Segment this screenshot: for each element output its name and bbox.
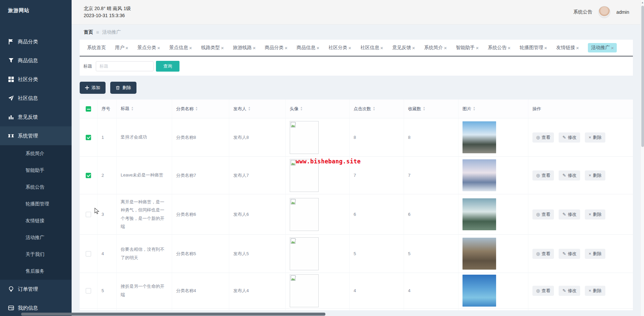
tab-系统简介[interactable]: 系统简介× bbox=[424, 45, 447, 51]
tab-close-icon[interactable]: × bbox=[189, 45, 192, 51]
row-photo-thumbnail[interactable] bbox=[462, 198, 496, 230]
tab-商品信息[interactable]: 商品信息× bbox=[297, 45, 320, 51]
select-all-checkbox[interactable] bbox=[86, 106, 91, 112]
tab-商品分类[interactable]: 商品分类× bbox=[265, 45, 288, 51]
tab-close-icon[interactable]: × bbox=[317, 45, 320, 51]
tab-系统公告[interactable]: 系统公告× bbox=[488, 45, 511, 51]
row-photo-thumbnail[interactable] bbox=[462, 238, 496, 270]
sidebar-item-商品信息[interactable]: 商品信息 bbox=[0, 51, 72, 70]
sort-icon[interactable]: ▲▼ bbox=[473, 107, 475, 111]
tab-close-icon[interactable]: × bbox=[544, 45, 547, 51]
tab-线路类型[interactable]: 线路类型× bbox=[201, 45, 224, 51]
修改-button[interactable]: ✎修改 bbox=[559, 170, 580, 181]
删除-button[interactable]: ×删除 bbox=[585, 170, 605, 181]
修改-button[interactable]: ✎修改 bbox=[559, 249, 580, 259]
row-checkbox[interactable] bbox=[86, 251, 91, 256]
sidebar-subitem-系统简介[interactable]: 系统简介 bbox=[0, 145, 72, 162]
query-button[interactable]: 查询 bbox=[156, 61, 179, 72]
sidebar-item-系统管理[interactable]: 系统管理 bbox=[0, 126, 72, 145]
sort-icon[interactable]: ▲▼ bbox=[300, 107, 303, 111]
sort-icon[interactable]: ▲▼ bbox=[195, 107, 198, 111]
select-all-cell[interactable] bbox=[80, 100, 97, 118]
row-checkbox[interactable] bbox=[86, 288, 91, 293]
vertical-scrollbar[interactable]: ▲ bbox=[640, 0, 644, 316]
tab-close-icon[interactable]: × bbox=[611, 45, 614, 51]
sidebar-subitem-轮播图管理[interactable]: 轮播图管理 bbox=[0, 196, 72, 212]
sort-icon[interactable]: ▲▼ bbox=[373, 107, 375, 111]
tab-友情链接[interactable]: 友情链接× bbox=[556, 45, 579, 51]
row-photo-thumbnail[interactable] bbox=[462, 159, 496, 191]
row-checkbox[interactable] bbox=[86, 173, 91, 178]
column-header-分类名称[interactable]: 分类名称▲▼ bbox=[172, 100, 229, 118]
tab-智能助手[interactable]: 智能助手× bbox=[456, 45, 479, 51]
修改-button[interactable]: ✎修改 bbox=[559, 132, 580, 143]
tab-景点信息[interactable]: 景点信息× bbox=[169, 45, 192, 51]
column-header-点击次数[interactable]: 点击次数▲▼ bbox=[350, 100, 404, 118]
查看-button[interactable]: ◎查看 bbox=[532, 170, 554, 181]
row-checkbox[interactable] bbox=[86, 135, 91, 140]
tab-社区信息[interactable]: 社区信息× bbox=[360, 45, 383, 51]
tab-轮播图管理[interactable]: 轮播图管理× bbox=[520, 45, 547, 51]
sidebar-item-社区信息[interactable]: 社区信息 bbox=[0, 89, 72, 108]
tab-close-icon[interactable]: × bbox=[285, 45, 288, 51]
horizontal-scrollbar-thumb[interactable] bbox=[21, 313, 325, 316]
sidebar-item-意见反馈[interactable]: 意见反馈 bbox=[0, 108, 72, 126]
查看-button[interactable]: ◎查看 bbox=[532, 209, 554, 220]
sort-icon[interactable]: ▲▼ bbox=[131, 107, 133, 111]
删除-button[interactable]: ×删除 bbox=[585, 286, 605, 296]
tab-用户[interactable]: 用户× bbox=[115, 45, 128, 51]
scroll-up-arrow-icon[interactable]: ▲ bbox=[641, 1, 644, 4]
tab-close-icon[interactable]: × bbox=[221, 45, 224, 51]
sidebar-item-商品分类[interactable]: 商品分类 bbox=[0, 32, 72, 51]
breadcrumb-home[interactable]: 首页 bbox=[84, 29, 93, 35]
tab-close-icon[interactable]: × bbox=[412, 45, 415, 51]
sidebar-subitem-售后服务[interactable]: 售后服务 bbox=[0, 263, 72, 280]
tab-close-icon[interactable]: × bbox=[576, 45, 579, 51]
修改-button[interactable]: ✎修改 bbox=[559, 209, 580, 220]
tab-意见反馈[interactable]: 意见反馈× bbox=[392, 45, 415, 51]
tab-close-icon[interactable]: × bbox=[348, 45, 351, 51]
sort-icon[interactable]: ▲▼ bbox=[423, 107, 425, 111]
add-button[interactable]: 添加 bbox=[80, 82, 106, 94]
column-header-标题[interactable]: 标题▲▼ bbox=[117, 100, 172, 118]
sort-icon[interactable]: ▲▼ bbox=[248, 107, 250, 111]
查看-button[interactable]: ◎查看 bbox=[532, 286, 554, 296]
announcement-link[interactable]: 系统公告 bbox=[573, 9, 592, 15]
查看-button[interactable]: ◎查看 bbox=[532, 132, 554, 143]
avatar[interactable] bbox=[598, 6, 610, 18]
row-photo-thumbnail[interactable] bbox=[462, 121, 496, 153]
tab-旅游线路[interactable]: 旅游线路× bbox=[233, 45, 256, 51]
column-header-图片[interactable]: 图片▲▼ bbox=[458, 100, 528, 118]
tab-close-icon[interactable]: × bbox=[125, 45, 128, 51]
删除-button[interactable]: ×删除 bbox=[585, 132, 605, 143]
tab-close-icon[interactable]: × bbox=[253, 45, 256, 51]
tab-社区分类[interactable]: 社区分类× bbox=[328, 45, 351, 51]
row-checkbox[interactable] bbox=[86, 212, 91, 217]
tab-活动推广[interactable]: 活动推广× bbox=[588, 43, 617, 52]
column-header-收藏数[interactable]: 收藏数▲▼ bbox=[404, 100, 458, 118]
sidebar-item-订单管理[interactable]: 订单管理 bbox=[0, 280, 72, 299]
tab-close-icon[interactable]: × bbox=[508, 45, 511, 51]
sidebar-subitem-友情链接[interactable]: 友情链接 bbox=[0, 212, 72, 229]
tab-close-icon[interactable]: × bbox=[476, 45, 479, 51]
修改-button[interactable]: ✎修改 bbox=[559, 286, 580, 296]
row-photo-thumbnail[interactable] bbox=[462, 275, 496, 307]
删除-button[interactable]: ×删除 bbox=[585, 209, 605, 220]
tab-系统首页[interactable]: 系统首页 bbox=[87, 45, 106, 51]
column-header-发布人[interactable]: 发布人▲▼ bbox=[229, 100, 286, 118]
删除-button[interactable]: ×删除 bbox=[585, 249, 605, 259]
column-header-头像[interactable]: 头像▲▼ bbox=[286, 100, 350, 118]
查看-button[interactable]: ◎查看 bbox=[532, 249, 554, 259]
search-input[interactable] bbox=[96, 61, 154, 71]
tab-close-icon[interactable]: × bbox=[444, 45, 447, 51]
sidebar-subitem-系统公告[interactable]: 系统公告 bbox=[0, 179, 72, 196]
tab-景点分类[interactable]: 景点分类× bbox=[137, 45, 160, 51]
sidebar-subitem-关于我们[interactable]: 关于我们 bbox=[0, 246, 72, 263]
sidebar-subitem-活动推广[interactable]: 活动推广 bbox=[0, 229, 72, 246]
tab-close-icon[interactable]: × bbox=[157, 45, 160, 51]
sidebar-subitem-智能助手[interactable]: 智能助手 bbox=[0, 162, 72, 179]
delete-button[interactable]: 删除 bbox=[110, 82, 136, 94]
tab-close-icon[interactable]: × bbox=[380, 45, 383, 51]
sidebar-item-社区分类[interactable]: 社区分类 bbox=[0, 70, 72, 89]
vertical-scrollbar-thumb[interactable] bbox=[641, 6, 644, 147]
